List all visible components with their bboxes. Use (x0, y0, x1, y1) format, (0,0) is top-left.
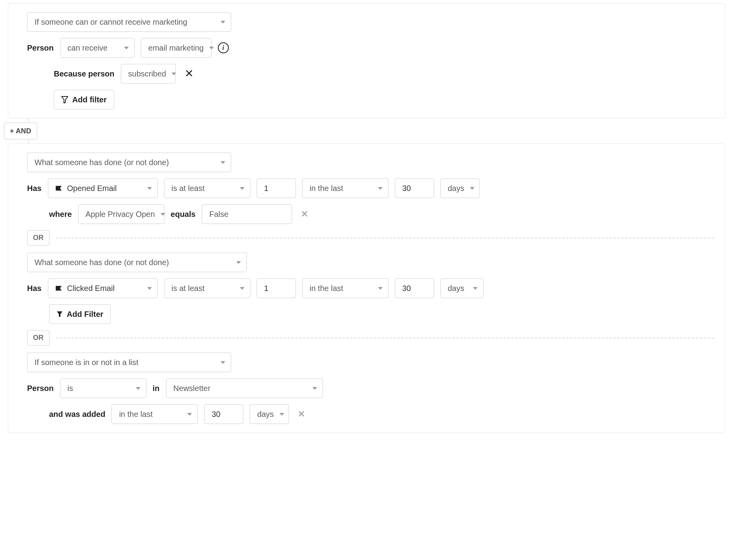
caret-down-icon (172, 73, 176, 75)
caret-down-icon (161, 213, 165, 216)
caret-down-icon (473, 287, 478, 290)
added-label: and was added (49, 410, 105, 419)
list-value: Newsletter (173, 384, 210, 392)
timeframe-qty-value: 30 (212, 410, 220, 418)
condition-group-2: What someone has done (or not done) Has … (8, 144, 725, 433)
metric-value: Opened Email (67, 184, 117, 192)
timeframe-qty-input[interactable]: 30 (395, 278, 434, 298)
timeframe-qty-value: 30 (402, 284, 411, 292)
dashed-line (56, 238, 714, 238)
caret-down-icon (136, 387, 141, 390)
and-label: AND (16, 127, 31, 135)
person-label: Person (27, 384, 54, 393)
dashed-line (56, 338, 714, 338)
caret-down-icon (187, 413, 192, 416)
caret-down-icon (147, 287, 152, 290)
caret-down-icon (378, 187, 383, 190)
has-label: Has (27, 284, 42, 293)
caret-down-icon (221, 161, 225, 164)
comparator-select[interactable]: is at least (164, 278, 250, 298)
flag-icon (55, 185, 63, 191)
or-badge[interactable]: OR (27, 230, 49, 245)
has-label: Has (27, 184, 42, 193)
count-value: 1 (264, 184, 268, 192)
timeframe-qty-input[interactable]: 30 (204, 404, 243, 424)
channel-value: email marketing (148, 44, 204, 52)
can-receive-value: can receive (68, 44, 108, 52)
person-op-value: is (68, 384, 73, 392)
timeframe-rel-value: in the last (310, 184, 343, 192)
remove-where-icon[interactable]: ✕ (298, 209, 311, 219)
remove-timeframe-icon[interactable]: ✕ (295, 409, 308, 419)
caret-down-icon (240, 287, 245, 290)
timeframe-rel-value: in the last (310, 284, 343, 292)
funnel-icon (61, 96, 68, 104)
count-value: 1 (264, 284, 268, 292)
or-badge[interactable]: OR (27, 330, 49, 345)
condition-type-value: What someone has done (or not done) (35, 158, 169, 166)
segment-builder: If someone can or cannot receive marketi… (0, 0, 730, 560)
caret-down-icon (221, 21, 225, 24)
timeframe-rel-select[interactable]: in the last (111, 404, 198, 424)
flag-icon (55, 285, 63, 291)
condition-type-value: What someone has done (or not done) (35, 258, 169, 266)
where-prop-select[interactable]: Apple Privacy Open (78, 204, 164, 224)
timeframe-unit-select[interactable]: days (440, 178, 480, 198)
where-value-select[interactable]: False (202, 204, 292, 224)
add-filter-button[interactable]: Add Filter (49, 304, 111, 324)
reason-select[interactable]: subscribed (121, 64, 176, 84)
or-divider: OR (27, 330, 714, 345)
plus-icon: + (10, 127, 14, 135)
timeframe-rel-select[interactable]: in the last (302, 278, 389, 298)
timeframe-qty-value: 30 (402, 184, 411, 192)
count-input[interactable]: 1 (257, 178, 296, 198)
condition-type-select[interactable]: If someone can or cannot receive marketi… (27, 12, 231, 32)
metric-select[interactable]: Clicked Email (48, 278, 158, 298)
channel-select[interactable]: email marketing (141, 38, 212, 58)
timeframe-unit-select[interactable]: days (250, 404, 289, 424)
condition-type-select[interactable]: What someone has done (or not done) (27, 153, 231, 172)
count-input[interactable]: 1 (257, 278, 296, 298)
and-badge[interactable]: +AND (4, 123, 37, 140)
person-label: Person (27, 44, 54, 53)
metric-value: Clicked Email (67, 284, 115, 292)
info-icon[interactable]: i (218, 42, 229, 53)
caret-down-icon (147, 187, 152, 190)
filter-icon (57, 311, 63, 318)
because-label: Because person (54, 69, 115, 78)
in-label: in (153, 384, 160, 393)
caret-down-icon (236, 261, 241, 264)
caret-down-icon (378, 287, 383, 290)
and-connector: +AND (28, 118, 725, 144)
metric-select[interactable]: Opened Email (48, 178, 158, 198)
remove-reason-icon[interactable]: ✕ (182, 68, 196, 79)
condition-group-1: If someone can or cannot receive marketi… (8, 3, 725, 118)
where-label: where (49, 210, 72, 219)
condition-type-value: If someone is in or not in a list (35, 358, 139, 366)
timeframe-unit-select[interactable]: days (440, 278, 484, 298)
add-filter-button[interactable]: Add filter (54, 90, 114, 109)
person-op-select[interactable]: is (60, 378, 146, 398)
caret-down-icon (312, 387, 317, 390)
caret-down-icon (124, 47, 129, 49)
timeframe-qty-input[interactable]: 30 (395, 178, 434, 198)
timeframe-unit-value: days (448, 284, 464, 292)
caret-down-icon (279, 413, 284, 416)
timeframe-rel-select[interactable]: in the last (302, 178, 389, 198)
caret-down-icon (209, 47, 214, 49)
condition-type-select[interactable]: If someone is in or not in a list (27, 353, 231, 372)
where-value: False (209, 210, 228, 218)
add-filter-label: Add filter (72, 95, 107, 104)
timeframe-unit-value: days (448, 184, 464, 192)
comparator-select[interactable]: is at least (164, 178, 250, 198)
list-select[interactable]: Newsletter (166, 378, 323, 398)
condition-type-select[interactable]: What someone has done (or not done) (27, 253, 247, 272)
comparator-value: is at least (172, 184, 204, 192)
or-divider: OR (27, 230, 714, 245)
reason-value: subscribed (128, 70, 166, 78)
equals-label: equals (171, 210, 195, 219)
caret-down-icon (240, 187, 245, 190)
can-receive-select[interactable]: can receive (60, 38, 135, 58)
condition-type-value: If someone can or cannot receive marketi… (35, 18, 187, 26)
comparator-value: is at least (172, 284, 204, 292)
